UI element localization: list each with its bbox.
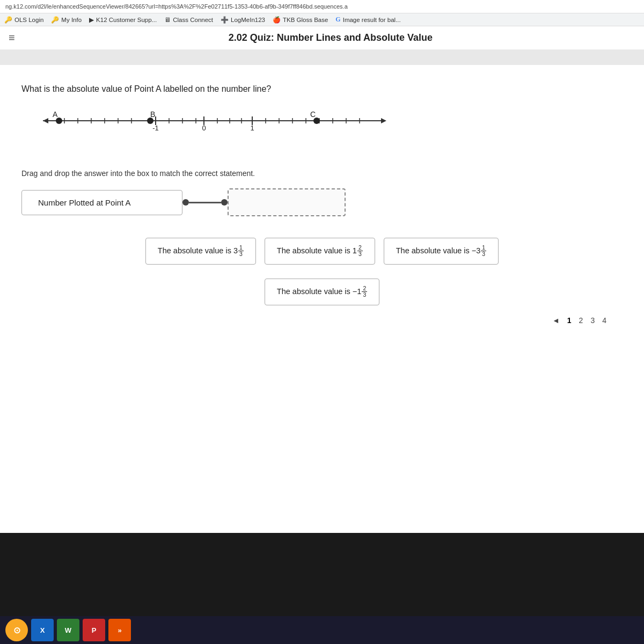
point-label-c: C (310, 110, 316, 119)
taskbar-btn-home[interactable]: ⊙ (5, 619, 28, 641)
answer-text-3: The absolute value is −313 (396, 246, 486, 255)
url-text: ng.k12.com/d2l/le/enhancedSequenceViewer… (5, 3, 348, 10)
home-icon: ⊙ (13, 625, 20, 635)
bookmark-logmein[interactable]: ➕ LogMeIn123 (221, 16, 265, 24)
bookmark-image-result[interactable]: G Image result for bal... (335, 16, 400, 24)
point-label-b: B (150, 110, 155, 119)
pagination-page-4[interactable]: 4 (602, 316, 606, 325)
bookmark-label: K12 Customer Supp... (96, 17, 157, 23)
svg-marker-2 (381, 118, 386, 123)
drop-label-text: Number Plotted at Point A (38, 198, 131, 207)
point-label-a: A (53, 110, 57, 119)
bookmark-label: TKB Gloss Base (283, 17, 328, 23)
bookmarks-bar: 🔑 OLS Login 🔑 My Info ▶ K12 Customer Sup… (0, 13, 644, 26)
browser-chrome: ng.k12.com/d2l/le/enhancedSequenceViewer… (0, 0, 644, 26)
bookmark-label: My Info (61, 17, 82, 23)
gray-header-bar (0, 50, 644, 65)
connector-dot-right (221, 199, 228, 206)
number-line-svg: -1 0 1 (38, 110, 392, 131)
question-text: What is the absolute value of Point A la… (21, 84, 623, 94)
plus-circle-icon: ➕ (221, 16, 229, 24)
top-bar: ≡ 2.02 Quiz: Number Lines and Absolute V… (0, 26, 644, 50)
answer-text-4: The absolute value is −123 (277, 287, 367, 296)
connector-dot-left (182, 199, 189, 206)
taskbar-btn-powerpoint[interactable]: P (83, 619, 105, 641)
pagination: ◄ 1 2 3 4 (21, 305, 623, 335)
svg-marker-1 (43, 118, 48, 123)
answer-box-3[interactable]: The absolute value is −313 (384, 238, 499, 265)
bookmark-label: LogMeIn123 (231, 17, 265, 23)
pagination-page-2[interactable]: 2 (579, 316, 583, 325)
connector-line (189, 202, 221, 203)
drop-label-box: Number Plotted at Point A (21, 190, 182, 215)
word-icon: W (65, 626, 71, 634)
answers-row-2: The absolute value is −123 (21, 279, 623, 305)
taskbar-btn-excel[interactable]: X (31, 619, 54, 641)
drop-row: Number Plotted at Point A (21, 188, 623, 216)
answer-text-2: The absolute value is 123 (277, 246, 363, 255)
answer-text-1: The absolute value is 313 (158, 246, 244, 255)
pagination-page-1[interactable]: 1 (567, 316, 572, 325)
answer-box-2[interactable]: The absolute value is 123 (265, 238, 375, 265)
drop-target[interactable] (228, 188, 346, 216)
bookmark-label: OLS Login (14, 17, 43, 23)
answer-box-1[interactable]: The absolute value is 313 (145, 238, 256, 265)
address-bar[interactable]: ng.k12.com/d2l/le/enhancedSequenceViewer… (0, 0, 644, 13)
page-title: 2.02 Quiz: Number Lines and Absolute Val… (26, 32, 635, 43)
pagination-prev[interactable]: ◄ (552, 316, 560, 325)
svg-text:-1: -1 (152, 124, 159, 131)
google-icon: G (335, 16, 340, 24)
key2-icon: 🔑 (51, 16, 59, 24)
content-area: What is the absolute value of Point A la… (0, 50, 644, 533)
taskbar-btn-word[interactable]: W (57, 619, 79, 641)
bookmark-k12[interactable]: ▶ K12 Customer Supp... (89, 16, 157, 24)
svg-text:1: 1 (250, 124, 254, 131)
taskbar: ⊙ X W P » (0, 616, 644, 644)
bookmark-my-info[interactable]: 🔑 My Info (51, 16, 82, 24)
bookmark-tkb[interactable]: 🍎 TKB Gloss Base (273, 16, 328, 24)
apple-icon: 🍎 (273, 16, 281, 24)
drop-zone-connector (182, 199, 228, 206)
svg-text:0: 0 (202, 124, 206, 131)
bookmark-label: Class Connect (173, 17, 213, 23)
ppt-icon: P (92, 626, 97, 634)
taskbar-btn-extra[interactable]: » (108, 619, 131, 641)
extra-icon: » (118, 626, 121, 634)
answer-box-4[interactable]: The absolute value is −123 (265, 279, 379, 305)
bookmark-class-connect[interactable]: 🖥 Class Connect (164, 16, 213, 24)
bookmark-label: Image result for bal... (343, 17, 401, 23)
drag-instruction: Drag and drop the answer into the box to… (21, 169, 623, 178)
hamburger-menu[interactable]: ≡ (9, 32, 15, 44)
bookmark-ols-login[interactable]: 🔑 OLS Login (4, 16, 43, 24)
answers-section: The absolute value is 313 The absolute v… (21, 232, 623, 270)
pagination-page-3[interactable]: 3 (590, 316, 595, 325)
monitor-icon: 🖥 (164, 16, 171, 24)
browser-content: ≡ 2.02 Quiz: Number Lines and Absolute V… (0, 26, 644, 533)
number-line-wrapper: A B C (38, 110, 386, 134)
number-line-container: A B C (38, 110, 623, 153)
key-icon: 🔑 (4, 16, 12, 24)
play-icon: ▶ (89, 16, 94, 24)
excel-icon: X (40, 626, 45, 634)
